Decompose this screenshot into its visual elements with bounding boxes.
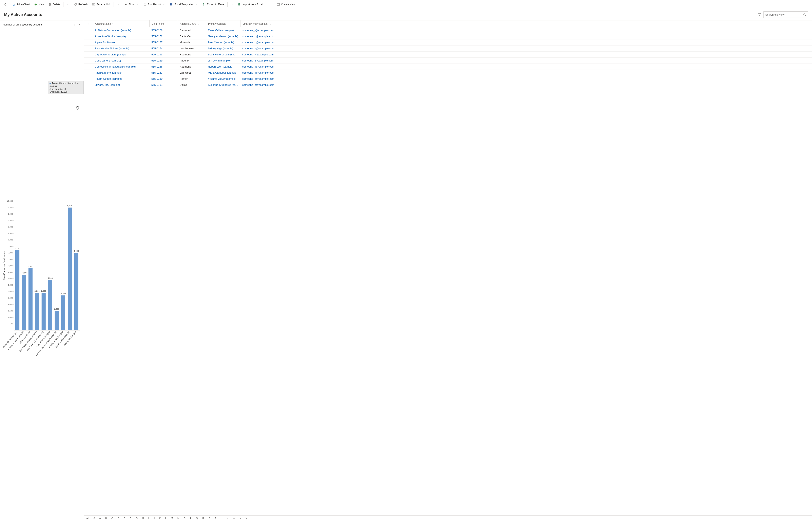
contact-link[interactable]: Susanna Stubberod (sample) xyxy=(206,83,240,86)
flow-button[interactable]: Flow ⌄ xyxy=(122,1,141,8)
contact-link[interactable]: Robert Lyon (sample) xyxy=(206,65,240,68)
chart-close-icon[interactable]: ✕ xyxy=(79,23,81,26)
table-row[interactable]: Adventure Works (sample) 555-0152 Santa … xyxy=(84,33,812,40)
email-link[interactable]: someone_e@example.com xyxy=(240,47,812,50)
table-row[interactable]: A. Datum Corporation (sample) 555-0158 R… xyxy=(84,27,812,33)
alphabet-filter-letter[interactable]: T xyxy=(215,517,216,520)
table-row[interactable]: Blue Yonder Airlines (sample) 555-0154 L… xyxy=(84,46,812,51)
alphabet-filter-letter[interactable]: N xyxy=(177,517,179,520)
column-header-phone[interactable]: Main Phone ⌄ xyxy=(149,20,177,27)
chart-more-icon[interactable]: ⋮ xyxy=(73,23,76,26)
alphabet-filter-letter[interactable]: J xyxy=(153,517,154,520)
alphabet-filter-letter[interactable]: R xyxy=(202,517,204,520)
contact-link[interactable]: Sidney Higa (sample) xyxy=(206,47,240,50)
alphabet-filter-letter[interactable]: V xyxy=(227,517,229,520)
hide-chart-button[interactable]: Hide Chart xyxy=(11,1,32,8)
delete-button[interactable]: Delete xyxy=(46,1,63,8)
new-button[interactable]: New xyxy=(32,1,46,8)
alphabet-filter-letter[interactable]: I xyxy=(148,517,149,520)
account-name-link[interactable]: A. Datum Corporation (sample) xyxy=(93,29,149,32)
account-name-link[interactable]: Coho Winery (sample) xyxy=(93,59,149,62)
table-row[interactable]: Fabrikam, Inc. (sample) 555-0153 Lynnwoo… xyxy=(84,70,812,76)
filter-icon[interactable] xyxy=(758,13,761,16)
export-excel-button[interactable]: X Export to Excel xyxy=(200,1,226,8)
bar[interactable] xyxy=(42,293,46,330)
phone-link[interactable]: 555-0159 xyxy=(149,59,177,62)
bar[interactable] xyxy=(35,293,39,330)
column-header-email[interactable]: Email (Primary Contact) ⌄ xyxy=(240,20,812,27)
contact-link[interactable]: Maria Campbell (sample) xyxy=(206,71,240,74)
email-link[interactable]: someone_b@example.com xyxy=(240,83,812,86)
account-name-link[interactable]: Litware, Inc. (sample) xyxy=(93,83,149,86)
run-report-button[interactable]: Run Report ⌄ xyxy=(141,1,168,8)
alphabet-filter-letter[interactable]: W xyxy=(233,517,235,520)
email-link[interactable]: someone_d@example.com xyxy=(240,71,812,74)
alphabet-filter-letter[interactable]: L xyxy=(165,517,167,520)
contact-link[interactable]: Paul Cannon (sample) xyxy=(206,41,240,44)
excel-templates-button[interactable]: W Excel Templates ⌄ xyxy=(168,1,200,8)
email-link[interactable]: someone_a@example.com xyxy=(240,77,812,80)
import-excel-button[interactable]: X Import from Excel xyxy=(236,1,265,8)
email-link[interactable]: someone_h@example.com xyxy=(240,41,812,44)
phone-link[interactable]: 555-0158 xyxy=(149,29,177,32)
column-header-account[interactable]: Account Name ↑ ⌄ xyxy=(93,20,149,27)
bar[interactable] xyxy=(48,280,52,330)
bar-chart[interactable]: 5001,0001,5002,0002,5003,0003,5004,0004,… xyxy=(2,30,82,521)
alphabet-filter-letter[interactable]: C xyxy=(111,517,113,520)
alphabet-filter-letter[interactable]: # xyxy=(93,517,95,520)
table-row[interactable]: City Power & Light (sample) 555-0155 Red… xyxy=(84,51,812,58)
email-link[interactable]: someone_j@example.com xyxy=(240,59,812,62)
account-name-link[interactable]: Adventure Works (sample) xyxy=(93,35,149,38)
column-header-contact[interactable]: Primary Contact ⌄ xyxy=(206,20,240,27)
alphabet-filter-letter[interactable]: G xyxy=(136,517,138,520)
back-button[interactable] xyxy=(2,1,9,8)
phone-link[interactable]: 555-0155 xyxy=(149,53,177,56)
bar[interactable] xyxy=(28,268,32,330)
table-row[interactable]: Contoso Pharmaceuticals (sample) 555-015… xyxy=(84,64,812,70)
alphabet-filter-letter[interactable]: O xyxy=(184,517,186,520)
alphabet-filter-letter[interactable]: U xyxy=(220,517,222,520)
bar[interactable] xyxy=(15,250,19,330)
contact-link[interactable]: Jim Glynn (sample) xyxy=(206,59,240,62)
account-name-link[interactable]: Fabrikam, Inc. (sample) xyxy=(93,71,149,74)
table-row[interactable]: Coho Winery (sample) 555-0159 Phoenix Ji… xyxy=(84,58,812,64)
chevron-down-icon[interactable]: ⌄ xyxy=(43,23,46,26)
contact-link[interactable]: Scott Konersmann (sample) xyxy=(206,53,240,56)
table-row[interactable]: Fourth Coffee (sample) 555-0150 Renton Y… xyxy=(84,76,812,82)
alphabet-filter-letter[interactable]: Y xyxy=(245,517,247,520)
contact-link[interactable]: Rene Valdes (sample) xyxy=(206,29,240,32)
select-all-checkbox[interactable] xyxy=(84,22,93,25)
alphabet-filter-letter[interactable]: A xyxy=(99,517,101,520)
bar[interactable] xyxy=(55,311,59,330)
delete-dropdown[interactable]: ⌄ xyxy=(64,1,72,8)
search-input[interactable] xyxy=(765,13,802,16)
view-selector[interactable]: My Active Accounts ⌄ xyxy=(4,12,47,17)
email-link[interactable]: someone_i@example.com xyxy=(240,29,812,32)
bar[interactable] xyxy=(68,207,72,330)
alphabet-filter-letter[interactable]: Q xyxy=(196,517,198,520)
bar[interactable] xyxy=(74,253,78,330)
email-link-dropdown[interactable]: ⌄ xyxy=(115,1,122,8)
phone-link[interactable]: 555-0153 xyxy=(149,71,177,74)
column-header-city[interactable]: Address 1: City ⌄ xyxy=(177,20,206,27)
email-link[interactable]: someone_f@example.com xyxy=(240,53,812,56)
email-link-button[interactable]: Email a Link xyxy=(90,1,113,8)
alphabet-filter-letter[interactable]: B xyxy=(105,517,107,520)
phone-link[interactable]: 555-0151 xyxy=(149,83,177,86)
create-view-button[interactable]: Create view xyxy=(274,1,297,8)
account-name-link[interactable]: Fourth Coffee (sample) xyxy=(93,77,149,80)
search-box[interactable] xyxy=(764,11,808,18)
alphabet-filter-letter[interactable]: H xyxy=(142,517,144,520)
alphabet-filter-letter[interactable]: S xyxy=(209,517,210,520)
email-link[interactable]: someone_c@example.com xyxy=(240,35,812,38)
contact-link[interactable]: Nancy Anderson (sample) xyxy=(206,35,240,38)
alphabet-filter-letter[interactable]: P xyxy=(190,517,192,520)
contact-link[interactable]: Yvonne McKay (sample) xyxy=(206,77,240,80)
account-name-link[interactable]: Blue Yonder Airlines (sample) xyxy=(93,47,149,50)
bar[interactable] xyxy=(22,275,26,330)
phone-link[interactable]: 555-0150 xyxy=(149,77,177,80)
export-excel-dropdown[interactable]: ⌄ xyxy=(229,1,236,8)
alphabet-filter-letter[interactable]: All xyxy=(86,517,89,520)
refresh-button[interactable]: Refresh xyxy=(72,1,90,8)
bar[interactable] xyxy=(61,295,65,330)
